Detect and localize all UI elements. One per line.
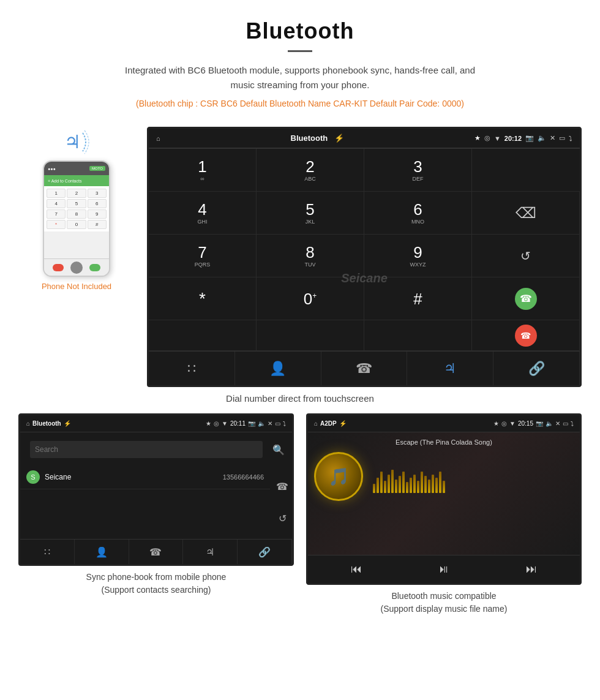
bluetooth-waves-icon: ♃ xyxy=(61,127,92,157)
time-display: 20:12 xyxy=(504,135,522,142)
music-back-icon[interactable]: ⤵ xyxy=(571,420,574,427)
dial-screen: ⌂ Bluetooth ⚡ ★ ◎ ▼ 20:12 📷 🔈 ✕ ▭ ⤵ xyxy=(147,127,582,387)
pb-back-icon[interactable]: ⤵ xyxy=(283,420,286,427)
pb-time: 20:11 xyxy=(230,420,246,427)
music-caption: Bluetooth music compatible(Support displ… xyxy=(381,590,508,615)
empty-cell-2 xyxy=(257,320,364,351)
contact-number: 13566664466 xyxy=(223,473,264,481)
dial-key-hash[interactable]: # xyxy=(364,277,472,320)
phone-device: ●●● MOTO + Add to Contacts 123 456 789 *… xyxy=(43,160,110,277)
pb-statusbar: ⌂ Bluetooth ⚡ ★ ◎ ▼ 20:11 📷 🔈 ✕ ▭ ⤵ xyxy=(20,415,292,432)
contact-item[interactable]: S Seicane 13566664466 xyxy=(20,465,270,489)
main-content: ♃ ●●● MOTO + Add to Contacts 123 456 789… xyxy=(0,127,600,387)
music-mode-label: A2DP xyxy=(320,420,337,427)
dial-key-3[interactable]: 3DEF xyxy=(364,149,472,192)
redial-button[interactable]: ↺ xyxy=(472,235,580,277)
location-icon: ◎ xyxy=(484,134,490,142)
pb-bottom-nav: ∷ 👤 ☎ ♃ 🔗 xyxy=(20,539,292,564)
pb-nav-bluetooth[interactable]: ♃ xyxy=(183,540,238,564)
dial-key-8[interactable]: 8TUV xyxy=(257,235,364,277)
pb-window-icon[interactable]: ▭ xyxy=(275,420,280,427)
volume-icon[interactable]: 🔈 xyxy=(538,134,546,142)
music-volume-icon[interactable]: 🔈 xyxy=(546,420,553,427)
page-description: Integrated with BC6 Bluetooth module, su… xyxy=(116,63,484,92)
search-box xyxy=(30,441,263,458)
contact-avatar: S xyxy=(26,470,40,484)
nav-bluetooth-icon[interactable]: ♃ xyxy=(407,352,493,385)
music-content: Escape (The Pina Colada Song) 🎵 xyxy=(308,432,580,555)
song-title: Escape (The Pina Colada Song) xyxy=(396,438,492,446)
screen-title: Bluetooth ⚡ xyxy=(291,134,345,143)
dial-key-star[interactable]: * xyxy=(149,277,257,320)
music-screen: ⌂ A2DP ⚡ ★ ◎ ▼ 20:15 📷 🔈 ✕ ▭ ⤵ E xyxy=(306,413,582,585)
dial-key-4[interactable]: 4GHI xyxy=(149,192,257,235)
nav-grid-icon[interactable]: ∷ xyxy=(149,352,235,385)
next-button[interactable]: ⏭ xyxy=(520,560,543,578)
music-camera-icon[interactable]: 📷 xyxy=(536,420,543,427)
pb-nav-phone[interactable]: ☎ xyxy=(129,540,184,564)
pb-nav-contacts[interactable]: 👤 xyxy=(75,540,129,564)
pb-home-icon[interactable]: ⌂ xyxy=(26,420,30,427)
music-bt-icon: ★ xyxy=(493,420,499,427)
equalizer xyxy=(373,469,445,493)
empty-cell-3 xyxy=(364,320,472,351)
bluetooth-specs: (Bluetooth chip : CSR BC6 Default Blueto… xyxy=(12,99,588,108)
music-close-icon[interactable]: ✕ xyxy=(555,420,560,427)
pb-nav-link[interactable]: 🔗 xyxy=(238,540,292,564)
page-title: Bluetooth xyxy=(12,18,588,44)
dial-key-1[interactable]: 1∞ xyxy=(149,149,257,192)
back-icon[interactable]: ⤵ xyxy=(569,135,572,142)
music-note-icon: 🎵 xyxy=(328,467,350,487)
music-usb-icon: ⚡ xyxy=(339,420,347,427)
page-header: Bluetooth Integrated with BC6 Bluetooth … xyxy=(0,0,600,127)
pb-usb-icon: ⚡ xyxy=(64,420,71,427)
pb-nav-grid[interactable]: ∷ xyxy=(20,540,75,564)
dial-key-5[interactable]: 5JKL xyxy=(257,192,364,235)
backspace-button[interactable]: ⌫ xyxy=(472,192,580,235)
pb-volume-icon[interactable]: 🔈 xyxy=(258,420,265,427)
music-location-icon: ◎ xyxy=(501,420,507,427)
pb-location-icon: ◎ xyxy=(214,420,219,427)
phone-not-included-label: Phone Not Included xyxy=(42,282,111,291)
bottom-screens: ⌂ Bluetooth ⚡ ★ ◎ ▼ 20:11 📷 🔈 ✕ ▭ ⤵ xyxy=(0,413,600,615)
music-home-icon[interactable]: ⌂ xyxy=(314,420,318,427)
music-statusbar: ⌂ A2DP ⚡ ★ ◎ ▼ 20:15 📷 🔈 ✕ ▭ ⤵ xyxy=(308,415,580,432)
camera-icon[interactable]: 📷 xyxy=(525,134,534,142)
play-pause-button[interactable]: ⏯ xyxy=(432,560,456,578)
pb-close-icon[interactable]: ✕ xyxy=(268,420,272,427)
signal-icon: ▼ xyxy=(494,135,501,142)
dial-key-0[interactable]: 0+ xyxy=(257,277,364,320)
side-phone-icon[interactable]: ☎ xyxy=(276,481,288,492)
dial-pad: 1∞ 2ABC 3DEF 4GHI 5JKL xyxy=(149,148,580,351)
music-controls: ⏮ ⏯ ⏭ xyxy=(308,555,580,583)
music-window-icon[interactable]: ▭ xyxy=(563,420,568,427)
close-icon[interactable]: ✕ xyxy=(550,134,555,142)
dial-key-2[interactable]: 2ABC xyxy=(257,149,364,192)
call-end-button[interactable]: ☎ xyxy=(472,320,580,351)
phonebook-caption: Sync phone-book from mobile phone(Suppor… xyxy=(86,571,227,597)
dial-key-9[interactable]: 9WXYZ xyxy=(364,235,472,277)
window-icon[interactable]: ▭ xyxy=(559,134,565,142)
search-input[interactable] xyxy=(35,445,258,454)
home-icon[interactable]: ⌂ xyxy=(156,135,160,142)
contacts-body: S Seicane 13566664466 ☎ ↺ xyxy=(20,465,292,539)
dial-display-area xyxy=(472,149,580,192)
nav-phone-icon[interactable]: ☎ xyxy=(321,352,408,385)
side-reload-icon[interactable]: ↺ xyxy=(279,513,287,524)
call-accept-button[interactable]: ☎ xyxy=(472,277,580,320)
dial-key-6[interactable]: 6MNO xyxy=(364,192,472,235)
header-divider xyxy=(288,50,312,52)
phone-section: ♃ ●●● MOTO + Add to Contacts 123 456 789… xyxy=(18,127,135,291)
side-icons: ☎ ↺ xyxy=(272,465,292,539)
prev-button[interactable]: ⏮ xyxy=(345,560,368,578)
dial-key-7[interactable]: 7PQRS xyxy=(149,235,257,277)
car-screen-main: ⌂ Bluetooth ⚡ ★ ◎ ▼ 20:12 📷 🔈 ✕ ▭ ⤵ xyxy=(147,127,582,387)
album-art: 🎵 xyxy=(314,452,363,501)
empty-cell-1 xyxy=(149,320,257,351)
pb-camera-icon[interactable]: 📷 xyxy=(248,420,255,427)
phonebook-block: ⌂ Bluetooth ⚡ ★ ◎ ▼ 20:11 📷 🔈 ✕ ▭ ⤵ xyxy=(18,413,294,615)
svg-text:♃: ♃ xyxy=(64,132,81,152)
nav-contacts-icon[interactable]: 👤 xyxy=(235,352,321,385)
search-button[interactable]: 🔍 xyxy=(270,441,287,458)
nav-link-icon[interactable]: 🔗 xyxy=(493,352,580,385)
